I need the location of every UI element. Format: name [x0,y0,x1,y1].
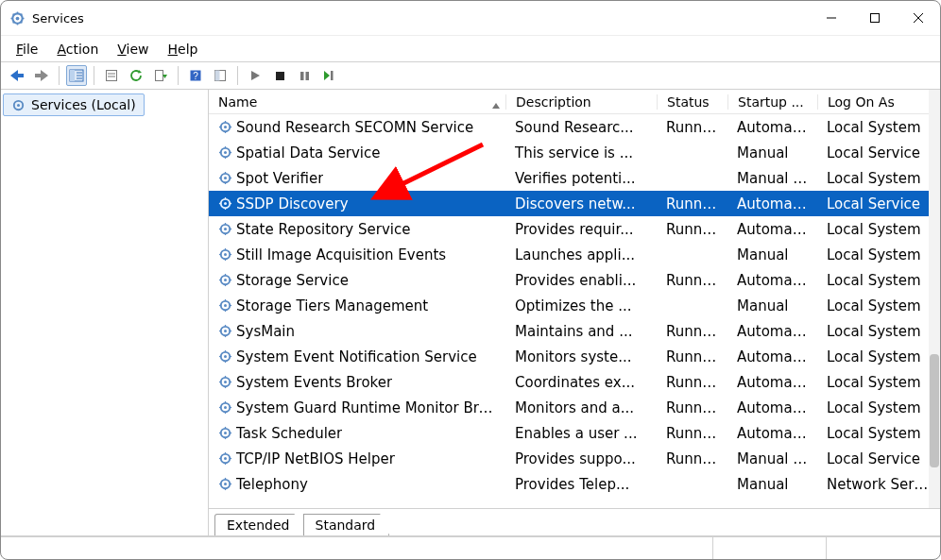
scrollbar-thumb[interactable] [930,354,939,467]
table-row[interactable]: Sound Research SECOMN ServiceSound Resea… [209,114,929,140]
table-row[interactable]: SSDP DiscoveryDiscovers netw...Runni...A… [209,191,929,216]
vertical-scrollbar[interactable] [929,90,940,508]
service-gear-icon [218,349,232,364]
svg-rect-25 [156,71,163,81]
service-startup: Automatic [727,195,817,212]
service-startup: Automat... [727,272,817,289]
svg-point-40 [224,126,227,128]
close-button[interactable] [897,1,940,35]
table-row[interactable]: Storage Tiers ManagementOptimizes the ..… [209,293,929,318]
service-startup: Automatic [727,323,817,340]
service-gear-icon [218,400,232,415]
service-gear-icon [218,451,232,466]
service-description: Sound Researc... [505,119,657,136]
service-logon: Network Service [817,476,929,493]
service-name: Telephony [236,476,308,493]
table-row[interactable]: Still Image Acquisition EventsLaunches a… [209,242,929,267]
col-status[interactable]: Status [657,94,727,110]
service-description: Provides Telep... [505,476,657,493]
service-name: System Event Notification Service [236,348,477,365]
maximize-button[interactable] [853,1,897,35]
svg-point-112 [224,432,227,434]
service-gear-icon [218,324,232,338]
service-logon: Local System [817,170,929,187]
service-startup: Automat... [727,399,817,416]
table-row[interactable]: Storage ServiceProvides enabli...Runni..… [209,267,929,293]
table-row[interactable]: State Repository ServiceProvides requir.… [209,216,929,242]
tab-extended[interactable]: Extended [214,514,304,535]
start-service-button[interactable] [245,65,265,86]
service-name: Spot Verifier [236,170,323,187]
svg-rect-32 [276,72,284,80]
service-description: Maintains and ... [505,323,657,340]
service-gear-icon [218,222,232,236]
nav-back-button[interactable] [7,65,27,86]
service-startup: Automatic [727,221,817,238]
service-description: Launches appli... [505,246,657,263]
service-status: Runni... [657,348,727,365]
toolbar-extra-button[interactable] [210,65,231,86]
stop-service-button[interactable] [269,65,290,86]
toolbar: ? [1,61,940,90]
pause-service-button[interactable] [294,65,315,86]
console-tree[interactable]: Services (Local) [1,90,209,535]
table-row[interactable]: System Event Notification ServiceMonitor… [209,344,929,369]
service-description: Monitors and a... [505,399,657,416]
table-row[interactable]: Spot VerifierVerifies potenti...Manual (… [209,165,929,191]
col-startup[interactable]: Startup ... [727,94,817,110]
service-name: State Repository Service [236,221,410,238]
service-logon: Local System [817,221,929,238]
service-status: Runni... [657,272,727,289]
nav-forward-button[interactable] [31,65,52,86]
svg-point-46 [224,151,227,154]
service-name: Storage Tiers Management [236,297,428,314]
main-pane: Name Description Status Startup ... Log … [209,90,940,535]
service-logon: Local Service [817,195,929,212]
titlebar: Services [1,1,940,35]
service-gear-icon [218,120,232,134]
svg-point-82 [224,304,227,307]
restart-service-button[interactable] [318,65,339,86]
menu-action[interactable]: Action [47,39,108,59]
tab-standard[interactable]: Standard [303,514,390,535]
window-buttons [810,1,940,35]
main-body: Services (Local) Name Description Status… [1,90,940,536]
col-name[interactable]: Name [209,94,505,110]
service-gear-icon [218,145,232,160]
table-row[interactable]: Spatial Data ServiceThis service is ...M… [209,140,929,165]
tree-item-services-local[interactable]: Services (Local) [3,93,145,116]
table-row[interactable]: TelephonyProvides Telep...ManualNetwork … [209,471,929,497]
table-row[interactable]: TCP/IP NetBIOS HelperProvides suppo...Ru… [209,446,929,471]
service-description: Provides requir... [505,221,657,238]
service-gear-icon [218,171,232,185]
help-button[interactable]: ? [185,65,206,86]
service-name: System Events Broker [236,374,392,391]
export-list-button[interactable] [150,65,171,86]
svg-rect-21 [107,71,117,81]
service-startup: Manual [727,246,817,263]
show-hide-tree-button[interactable] [66,65,87,86]
service-gear-icon [218,298,232,313]
service-startup: Manual [727,144,817,161]
svg-marker-24 [138,70,142,74]
minimize-button[interactable] [810,1,853,35]
menu-help[interactable]: Help [159,39,208,59]
svg-point-38 [17,104,20,107]
col-logon[interactable]: Log On As [817,94,929,110]
menubar: File Action View Help [1,35,940,61]
menu-file[interactable]: File [7,39,47,59]
table-row[interactable]: System Events BrokerCoordinates ex...Run… [209,369,929,395]
service-status: Runni... [657,374,727,391]
services-rows: Sound Research SECOMN ServiceSound Resea… [209,114,929,497]
col-description[interactable]: Description [505,94,657,110]
svg-rect-36 [331,71,334,80]
service-description: Enables a user ... [505,425,657,442]
service-logon: Local System [817,119,929,136]
table-row[interactable]: SysMainMaintains and ...Runni...Automati… [209,318,929,344]
menu-view[interactable]: View [108,39,158,59]
service-status: Runni... [657,399,727,416]
refresh-button[interactable] [126,65,146,86]
properties-button[interactable] [101,65,122,86]
table-row[interactable]: Task SchedulerEnables a user ...Runni...… [209,420,929,446]
table-row[interactable]: System Guard Runtime Monitor Brok...Moni… [209,395,929,420]
